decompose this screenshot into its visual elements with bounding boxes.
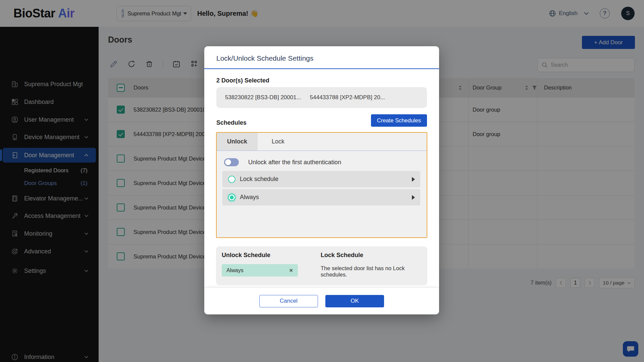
lock-schedule-title: Lock Schedule: [321, 252, 363, 259]
schedule-settings-panel: Unlock Lock Unlock after the first authe…: [216, 132, 427, 238]
modal-footer: Cancel OK: [204, 287, 439, 314]
selected-door: 538230822 [BS3-DB] 20001...: [225, 94, 301, 101]
ok-button[interactable]: OK: [325, 295, 384, 307]
arrow-right-icon[interactable]: [412, 177, 415, 182]
schedule-tabs: Unlock Lock: [217, 133, 427, 151]
first-auth-toggle-row: Unlock after the first authentication: [224, 158, 427, 166]
unlock-first-auth-toggle[interactable]: [224, 158, 239, 166]
selected-door: 544433788 [XP2-MDPB] 20...: [310, 94, 385, 101]
modal-title: Lock/Unlock Schedule Settings: [216, 54, 314, 62]
option-lock-schedule[interactable]: Lock schedule: [222, 171, 420, 187]
chip-remove-icon[interactable]: ✕: [289, 267, 293, 274]
create-schedules-button[interactable]: Create Schedules: [371, 114, 427, 127]
screen: BioStar Air F Suprema Product Mgt Hello,…: [0, 0, 644, 362]
selected-doors-box: 538230822 [BS3-DB] 20001... 544433788 [X…: [216, 87, 427, 108]
radio-always[interactable]: [228, 194, 235, 201]
arrow-right-icon[interactable]: [412, 195, 415, 200]
selected-doors-label: 2 Door(s) Selected: [216, 77, 269, 84]
schedules-label: Schedules: [216, 119, 247, 126]
unlock-schedule-title: Unlock Schedule: [222, 252, 270, 259]
cancel-button[interactable]: Cancel: [259, 295, 318, 307]
option-always[interactable]: Always: [222, 189, 420, 205]
lock-unlock-schedule-modal: Lock/Unlock Schedule Settings 2 Door(s) …: [204, 46, 439, 314]
schedule-summary-panel: Unlock Schedule Always ✕ Lock Schedule T…: [216, 246, 427, 285]
lock-schedule-empty-text: The selected door list has no Lock sched…: [321, 265, 423, 278]
toggle-label: Unlock after the first authentication: [248, 159, 341, 166]
unlock-schedule-chip: Always ✕: [222, 264, 298, 277]
tab-unlock[interactable]: Unlock: [217, 133, 258, 150]
tab-lock[interactable]: Lock: [258, 133, 299, 150]
modal-title-divider: [204, 68, 439, 69]
radio-lock-schedule[interactable]: [228, 176, 235, 183]
